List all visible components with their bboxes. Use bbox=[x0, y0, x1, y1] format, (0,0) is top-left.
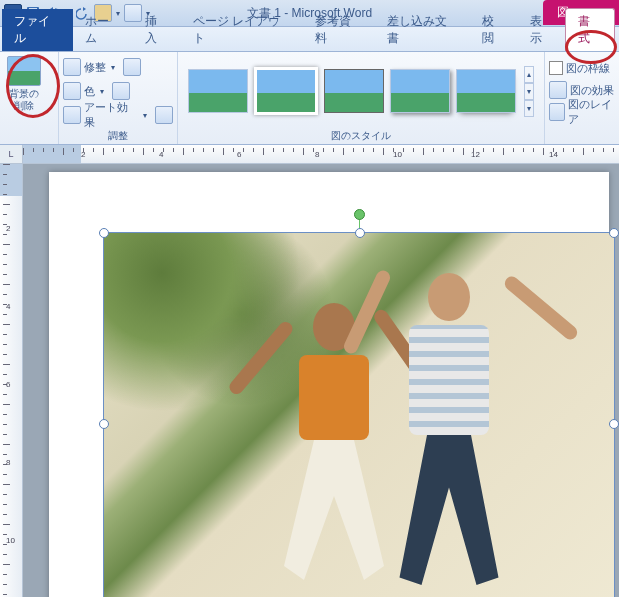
tab-mailings[interactable]: 差し込み文書 bbox=[375, 9, 470, 51]
resize-handle-l[interactable] bbox=[99, 419, 109, 429]
tab-format[interactable]: 書式 bbox=[565, 8, 615, 51]
effects-icon bbox=[63, 106, 81, 124]
selected-picture[interactable] bbox=[103, 232, 615, 597]
brightness-icon bbox=[63, 58, 81, 76]
ribbon: 背景の 削除 修整▾ 色▾ アート効果▾ 調整 ▴ ▾ ▾ 図のスタイル 図の枠… bbox=[0, 52, 619, 145]
color-icon bbox=[63, 82, 81, 100]
artistic-effects-button[interactable]: アート効果▾ bbox=[63, 104, 173, 126]
picture-options: 図の枠線 図の効果 図のレイア bbox=[545, 52, 619, 144]
effects-menu-icon bbox=[549, 81, 567, 99]
layout-icon bbox=[549, 103, 566, 121]
compress-icon[interactable] bbox=[123, 58, 141, 76]
vertical-ruler[interactable]: 246810 bbox=[0, 164, 23, 597]
tab-file[interactable]: ファイル bbox=[2, 9, 73, 51]
remove-background-button[interactable]: 背景の 削除 bbox=[4, 54, 44, 111]
tab-view[interactable]: 表示 bbox=[518, 9, 566, 51]
workspace: 246810 bbox=[0, 164, 619, 597]
color-button[interactable]: 色▾ bbox=[63, 80, 130, 102]
tab-page-layout[interactable]: ページ レイアウト bbox=[181, 9, 303, 51]
reset-picture-icon[interactable] bbox=[155, 106, 173, 124]
resize-handle-tl[interactable] bbox=[99, 228, 109, 238]
page bbox=[49, 172, 609, 597]
tab-home[interactable]: ホーム bbox=[73, 9, 133, 51]
style-scroll-down[interactable]: ▾ bbox=[524, 83, 534, 100]
tab-review[interactable]: 校閲 bbox=[470, 9, 518, 51]
tab-references[interactable]: 参考資料 bbox=[303, 9, 374, 51]
style-scroll-up[interactable]: ▴ bbox=[524, 66, 534, 83]
picture-style-4[interactable] bbox=[390, 69, 450, 113]
document-area[interactable] bbox=[23, 164, 619, 597]
corrections-button[interactable]: 修整▾ bbox=[63, 56, 141, 78]
ribbon-tabs: ファイル ホーム 挿入 ページ レイアウト 参考資料 差し込み文書 校閲 表示 … bbox=[0, 27, 619, 52]
picture-style-5[interactable] bbox=[456, 69, 516, 113]
group-label-styles: 図のスタイル bbox=[182, 128, 540, 144]
group-label-adjust: 調整 bbox=[63, 128, 173, 144]
style-gallery-more[interactable]: ▾ bbox=[524, 100, 534, 117]
tab-selector[interactable]: L bbox=[0, 145, 23, 163]
tab-insert[interactable]: 挿入 bbox=[133, 9, 181, 51]
resize-handle-r[interactable] bbox=[609, 419, 619, 429]
photo-content bbox=[104, 233, 614, 597]
picture-layout-button[interactable]: 図のレイア bbox=[549, 102, 619, 122]
border-swatch-icon bbox=[549, 61, 563, 75]
resize-handle-t[interactable] bbox=[355, 228, 365, 238]
ruler-row: L 2468101214 bbox=[0, 145, 619, 164]
picture-icon bbox=[7, 56, 41, 86]
picture-border-button[interactable]: 図の枠線 bbox=[549, 58, 619, 78]
picture-style-2[interactable] bbox=[254, 67, 318, 115]
picture-style-1[interactable] bbox=[188, 69, 248, 113]
change-picture-icon[interactable] bbox=[112, 82, 130, 100]
rotate-handle[interactable] bbox=[354, 209, 365, 220]
resize-handle-tr[interactable] bbox=[609, 228, 619, 238]
picture-style-3[interactable] bbox=[324, 69, 384, 113]
horizontal-ruler[interactable]: 2468101214 bbox=[23, 145, 619, 163]
